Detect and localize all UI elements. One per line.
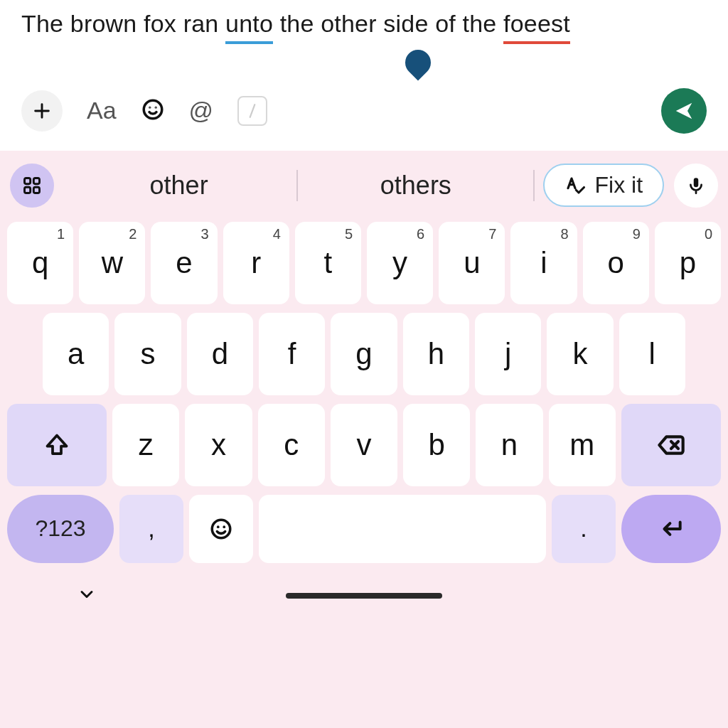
underlined-word-foeest[interactable]: foeest [503,7,570,44]
svg-rect-6 [33,187,39,193]
key-h[interactable]: h [403,313,469,395]
send-icon [673,100,695,122]
key-superscript: 5 [345,226,353,242]
key-i[interactable]: i8 [510,222,577,304]
suggestion-divider [533,170,535,201]
key-d[interactable]: d [187,313,253,395]
emoji-button[interactable] [141,97,165,124]
svg-point-1 [149,106,151,108]
fix-it-label: Fix it [594,172,643,198]
key-k[interactable]: k [547,313,613,395]
key-e[interactable]: e3 [151,222,217,304]
smiley-icon [209,517,233,541]
backspace-icon [657,431,685,459]
key-superscript: 4 [273,226,281,242]
key-n[interactable]: n [476,404,542,486]
key-u[interactable]: u7 [439,222,505,304]
symbols-key[interactable]: ?123 [7,495,114,563]
key-superscript: 6 [417,226,424,242]
collapse-keyboard-button[interactable] [77,584,97,607]
emoji-key[interactable] [189,495,253,563]
key-p[interactable]: p0 [655,222,721,304]
key-t[interactable]: t5 [295,222,361,304]
backspace-key[interactable] [621,404,721,486]
shift-key[interactable] [7,404,107,486]
slash-command-button[interactable] [237,96,267,126]
svg-point-2 [154,106,156,108]
plus-icon [32,101,52,121]
period-key[interactable]: . [552,495,616,563]
key-superscript: 2 [129,226,136,242]
chevron-down-icon [77,584,97,604]
enter-key[interactable] [621,495,721,563]
key-g[interactable]: g [331,313,397,395]
keyboard-apps-button[interactable] [10,164,54,208]
key-superscript: 0 [705,226,712,242]
key-row-1: q1w2e3r4t5y6u7i8o9p0 [6,218,722,309]
key-y[interactable]: y6 [367,222,433,304]
key-superscript: 1 [57,226,65,242]
key-r[interactable]: r4 [223,222,289,304]
composed-text[interactable]: The brown fox ran unto the other side of… [21,7,707,44]
enter-icon [658,515,685,542]
shift-icon [44,432,70,458]
text-prefix: The brown fox ran [21,10,225,37]
text-input-area[interactable]: The brown fox ran unto the other side of… [0,0,728,75]
svg-rect-4 [33,178,39,183]
svg-point-8 [212,520,230,538]
key-f[interactable]: f [259,313,325,395]
key-x[interactable]: x [185,404,252,486]
suggestion-1[interactable]: other [61,164,296,208]
fix-it-button[interactable]: Fix it [543,164,664,207]
key-a[interactable]: a [43,313,109,395]
key-j[interactable]: j [475,313,541,395]
spellcheck-icon [564,175,586,196]
svg-rect-7 [694,178,699,187]
svg-rect-5 [25,187,31,193]
mic-icon [687,176,705,195]
home-indicator[interactable] [286,593,442,599]
onscreen-keyboard: other others Fix it q1w2e3r4t5y6u7i8o9p0… [0,151,728,728]
key-b[interactable]: b [403,404,470,486]
key-v[interactable]: v [331,404,397,486]
underlined-word-unto[interactable]: unto [225,7,273,44]
comma-key[interactable]: , [119,495,183,563]
key-c[interactable]: c [258,404,325,486]
svg-point-9 [217,525,220,528]
slash-icon [246,103,259,119]
space-key[interactable] [259,495,546,563]
add-button[interactable] [21,90,63,132]
grid-icon [22,176,42,196]
key-superscript: 7 [488,226,496,242]
key-q[interactable]: q1 [7,222,73,304]
key-w[interactable]: w2 [79,222,145,304]
system-nav-bar [6,567,722,624]
key-z[interactable]: z [112,404,179,486]
voice-input-button[interactable] [674,164,718,208]
key-l[interactable]: l [619,313,685,395]
svg-rect-3 [25,178,31,183]
key-m[interactable]: m [549,404,616,486]
svg-point-0 [144,100,162,119]
suggestion-2[interactable]: others [298,164,533,208]
send-button[interactable] [661,88,707,134]
svg-point-10 [223,525,225,528]
key-o[interactable]: o9 [583,222,649,304]
format-text-button[interactable]: Aa [87,97,117,124]
key-row-2: asdfghjkl [6,309,722,400]
key-superscript: 9 [633,226,641,242]
key-superscript: 3 [200,226,208,242]
key-s[interactable]: s [114,313,181,395]
smiley-icon [141,97,165,122]
key-row-3: zxcvbnm [6,400,722,491]
mention-button[interactable]: @ [189,97,214,124]
compose-toolbar: Aa @ [0,75,728,151]
key-row-4: ?123 , . [6,491,722,567]
text-mid: the other side of the [273,10,503,37]
key-superscript: 8 [561,226,569,242]
suggestion-strip: other others Fix it [6,158,722,218]
